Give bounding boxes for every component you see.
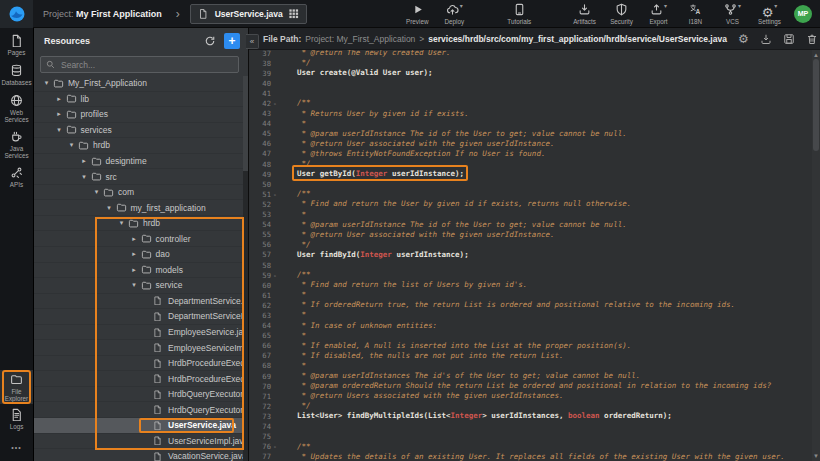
tree-item-com[interactable]: ▾com <box>34 185 248 201</box>
chevron-collapsed-icon[interactable]: ▸ <box>53 110 66 118</box>
tree-item-dao[interactable]: ▸dao <box>34 247 248 263</box>
code-line-42[interactable]: 42- /** <box>249 98 812 108</box>
code-line-67[interactable]: 67 * If disabled, the nulls are not put … <box>249 351 812 361</box>
tree-item-hrdb[interactable]: ▾hrdb <box>34 138 248 154</box>
code-line-54[interactable]: 54 * @param userIdInstance The id of the… <box>249 220 812 230</box>
rail-item-logs[interactable]: Logs <box>0 404 33 434</box>
code-line-72[interactable]: 72 */ <box>249 401 812 411</box>
code-line-63[interactable]: 63 * <box>249 310 812 320</box>
tree-item-employeeserviceimpl-java[interactable]: EmployeeServiceImpl.java <box>34 340 248 356</box>
code-line-46[interactable]: 46 * @return User associated with the gi… <box>249 139 812 149</box>
chevron-collapsed-icon[interactable]: ▸ <box>53 95 66 103</box>
tree-item-departmentservice-java[interactable]: DepartmentService.java <box>34 294 248 310</box>
toolbar-security-button[interactable]: Security <box>603 3 640 25</box>
toolbar-export-button[interactable]: ▾Export <box>640 3 677 25</box>
toolbar-preview-button[interactable]: Preview <box>399 3 436 25</box>
delete-file-icon[interactable] <box>806 33 818 45</box>
code-line-53[interactable]: 53 * <box>249 210 812 220</box>
chevron-collapsed-icon[interactable]: ▸ <box>78 157 91 165</box>
tree-item-departmentserviceimpl-java[interactable]: DepartmentServiceImpl.java <box>34 309 248 325</box>
code-line-40[interactable]: 40 <box>249 78 812 88</box>
tree-item-service[interactable]: ▾service <box>34 278 248 294</box>
code-line-66[interactable]: 66 * If enabled, A null is inserted into… <box>249 341 812 351</box>
code-line-65[interactable]: 65 * <box>249 331 812 341</box>
toolbar-vcs-button[interactable]: ▾VCS <box>714 3 751 25</box>
tree-item-services[interactable]: ▾services <box>34 123 248 139</box>
search-input[interactable] <box>59 59 233 71</box>
tree-item-my-first-application[interactable]: ▾My_First_Application <box>34 76 248 92</box>
code-line-47[interactable]: 47 * @throws EntityNotFoundException If … <box>249 149 812 159</box>
editor-scrollbar[interactable]: ▲ ▼ <box>812 50 820 461</box>
tree-item-hrdbprocedureexecutorserviceimpl-java[interactable]: HrdbProcedureExecutorServiceImpl.java <box>34 371 248 387</box>
tree-item-profiles[interactable]: ▸profiles <box>34 107 248 123</box>
code-line-73[interactable]: 73 List<User> findByMultipleIds(List<Int… <box>249 411 812 421</box>
tree-item-userserviceimpl-java[interactable]: UserServiceImpl.java <box>34 434 248 450</box>
code-line-76[interactable]: 76- /** <box>249 442 812 452</box>
fold-marker-icon[interactable]: - <box>271 442 279 451</box>
tree-item-vacationservice-java[interactable]: VacationService.java <box>34 449 248 461</box>
toolbar-i18n-button[interactable]: AI18N <box>677 3 714 25</box>
tab-userservice-java[interactable]: UserService.java <box>190 4 307 24</box>
tree-item-employeeservice-java[interactable]: EmployeeService.java <box>34 325 248 341</box>
tree-item-src[interactable]: ▾src <box>34 169 248 185</box>
chevron-expanded-icon[interactable]: ▾ <box>103 204 116 212</box>
tree-item-hrdbqueryexecutorserviceimpl-java[interactable]: HrdbQueryExecutorServiceImpl.java <box>34 402 248 418</box>
toolbar-settings-button[interactable]: ⚙▾Settings <box>751 3 788 25</box>
code-line-44[interactable]: 44 * <box>249 119 812 129</box>
code-line-50[interactable]: 50 <box>249 179 812 189</box>
chevron-expanded-icon[interactable]: ▾ <box>128 281 141 289</box>
code-line-58[interactable]: 58 <box>249 260 812 270</box>
grid-icon[interactable] <box>288 8 299 19</box>
rail-item-databases[interactable]: Databases <box>0 60 33 90</box>
app-logo[interactable] <box>0 0 33 28</box>
code-line-49[interactable]: 49 User getById(Integer userIdInstance); <box>249 169 812 179</box>
chevron-collapsed-icon[interactable]: ▸ <box>128 235 141 243</box>
chevron-collapsed-icon[interactable]: ▸ <box>128 266 141 274</box>
tree-item-my-first-application[interactable]: ▾my_first_application <box>34 200 248 216</box>
code-line-51[interactable]: 51- /** <box>249 189 812 199</box>
rail-item-file-explorer[interactable]: File Explorer <box>0 370 33 404</box>
tree-item-userservice-java[interactable]: UserService.java <box>34 418 248 434</box>
code-editor[interactable]: 37 * @return The newly created User.38 *… <box>249 50 820 461</box>
code-line-74[interactable]: 74 <box>249 421 812 431</box>
code-line-57[interactable]: 57 User findById(Integer userIdInstance)… <box>249 250 812 260</box>
code-line-75[interactable]: 75 <box>249 432 812 442</box>
scroll-down-icon[interactable]: ▼ <box>812 452 820 460</box>
tree-item-models[interactable]: ▸models <box>34 263 248 279</box>
rail-item-pages[interactable]: Pages <box>0 30 33 60</box>
rail-item-apis[interactable]: APIs <box>0 162 33 192</box>
chevron-expanded-icon[interactable]: ▾ <box>65 141 78 149</box>
rail-item-web-services[interactable]: Web Services <box>0 90 33 126</box>
refresh-icon[interactable] <box>204 35 216 47</box>
scrollbar-thumb[interactable] <box>813 59 819 151</box>
code-line-39[interactable]: 39 User create(@Valid User user); <box>249 68 812 78</box>
fold-marker-icon[interactable]: - <box>271 271 279 280</box>
code-line-62[interactable]: 62 * If orderedReturn true, the return L… <box>249 300 812 310</box>
save-file-icon[interactable] <box>783 33 795 45</box>
editor-settings-icon[interactable]: ⚙ <box>738 33 749 45</box>
code-line-64[interactable]: 64 * In case of unknown entities: <box>249 321 812 331</box>
rail-item-java-services[interactable]: Java Services <box>0 126 33 162</box>
collapse-panel-button[interactable]: « <box>246 34 259 49</box>
toolbar-deploy-button[interactable]: ▾Deploy <box>436 3 473 25</box>
tree-item-hrdb[interactable]: ▾hrdb <box>34 216 248 232</box>
download-file-icon[interactable] <box>760 33 772 45</box>
user-avatar[interactable]: MP <box>794 5 812 23</box>
scroll-up-icon[interactable]: ▲ <box>812 51 820 59</box>
code-line-71[interactable]: 71 * @return Users associated with the g… <box>249 391 812 401</box>
code-line-69[interactable]: 69 * @param userIdInstances The id's of … <box>249 371 812 381</box>
fold-marker-icon[interactable]: - <box>271 190 279 199</box>
code-line-48[interactable]: 48 */ <box>249 159 812 169</box>
code-line-45[interactable]: 45 * @param userIdInstance The id of the… <box>249 129 812 139</box>
code-line-68[interactable]: 68 * <box>249 361 812 371</box>
toolbar-tutorials-button[interactable]: Tutorials <box>501 3 538 25</box>
code-line-43[interactable]: 43 * Returns User by given id if exists. <box>249 109 812 119</box>
tree-item-designtime[interactable]: ▸designtime <box>34 154 248 170</box>
chevron-expanded-icon[interactable]: ▾ <box>115 219 128 227</box>
code-line-70[interactable]: 70 * @param orderedReturn Should the ret… <box>249 381 812 391</box>
code-line-61[interactable]: 61 * <box>249 290 812 300</box>
chevron-expanded-icon[interactable]: ▾ <box>40 79 53 87</box>
code-line-55[interactable]: 55 * @return User associated with the gi… <box>249 230 812 240</box>
tree-item-controller[interactable]: ▸controller <box>34 231 248 247</box>
code-line-37[interactable]: 37 * @return The newly created User. <box>249 50 812 58</box>
